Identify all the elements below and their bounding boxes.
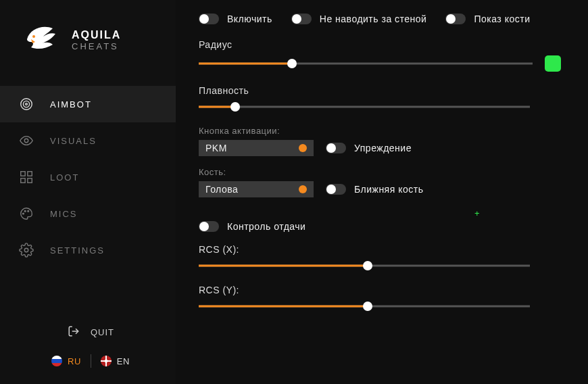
svg-rect-6 xyxy=(28,172,32,176)
eye-icon xyxy=(19,133,34,148)
toggle-prediction[interactable]: Упреждение xyxy=(326,143,412,153)
bone-value: Голова xyxy=(205,184,291,195)
top-toggles: Включить Не наводить за стеной Показ кос… xyxy=(199,14,561,24)
flag-en-icon xyxy=(101,356,112,366)
radius-slider[interactable] xyxy=(199,58,533,69)
svg-point-11 xyxy=(28,210,29,212)
nav-label: SETTINGS xyxy=(50,245,105,256)
toggle-enable[interactable]: Включить xyxy=(199,14,272,24)
lang-en-label: EN xyxy=(117,356,130,366)
sidebar: AQUILA CHEATS AIMBOT VISUALS xyxy=(0,0,176,384)
nearest-bone-label: Ближняя кость xyxy=(354,184,423,195)
lang-en[interactable]: EN xyxy=(101,356,130,366)
nav-item-settings[interactable]: SETTINGS xyxy=(0,232,176,268)
palette-icon xyxy=(19,206,34,221)
field-radius: Радиус xyxy=(199,39,561,72)
quit-button[interactable]: QUIT xyxy=(0,318,176,354)
smooth-label: Плавность xyxy=(199,85,561,96)
rcs-x-label: RCS (X): xyxy=(199,244,561,255)
group-activation: Кнопка активации: PKM Упреждение Кость: … xyxy=(199,126,561,197)
switch-icon xyxy=(445,14,466,24)
rcs-x-slider[interactable] xyxy=(199,260,530,271)
rcs-y-slider[interactable] xyxy=(199,301,530,312)
nav-label: MICS xyxy=(50,209,78,219)
switch-icon xyxy=(199,221,219,232)
field-rcs-x: RCS (X): xyxy=(199,244,561,271)
svg-point-10 xyxy=(24,210,26,212)
svg-rect-7 xyxy=(21,178,25,183)
radius-color-swatch[interactable] xyxy=(545,55,561,72)
language-switch: RU EN xyxy=(0,354,176,372)
toggle-nearest-bone[interactable]: Ближняя кость xyxy=(326,184,423,195)
switch-icon xyxy=(326,184,346,195)
nav-item-mics[interactable]: MICS xyxy=(0,195,176,232)
svg-point-0 xyxy=(32,35,35,38)
nav-label: VISUALS xyxy=(50,136,97,146)
bone-caption: Кость: xyxy=(199,167,561,177)
target-icon xyxy=(19,97,34,112)
activation-value: PKM xyxy=(205,143,291,153)
switch-icon xyxy=(326,143,346,153)
dot-icon xyxy=(299,144,307,152)
svg-rect-5 xyxy=(21,172,25,176)
switch-icon xyxy=(291,14,312,24)
radius-label: Радиус xyxy=(199,39,561,50)
svg-point-9 xyxy=(23,213,24,214)
rcs-y-label: RCS (Y): xyxy=(199,285,561,295)
toggle-no-aim-wall-label: Не наводить за стеной xyxy=(320,14,427,24)
brand: AQUILA CHEATS xyxy=(0,19,176,82)
activation-caption: Кнопка активации: xyxy=(199,126,561,136)
svg-rect-8 xyxy=(28,178,32,183)
nav-label: AIMBOT xyxy=(50,99,92,110)
bone-select[interactable]: Голова xyxy=(199,181,314,197)
toggle-recoil[interactable]: Контроль отдачи xyxy=(199,221,561,232)
brand-title: AQUILA xyxy=(72,29,121,41)
eagle-logo-icon xyxy=(19,19,59,62)
svg-point-3 xyxy=(26,103,28,105)
flag-ru-icon xyxy=(51,356,62,366)
activation-select[interactable]: PKM xyxy=(199,140,314,156)
svg-point-1 xyxy=(21,99,32,110)
lang-ru[interactable]: RU xyxy=(51,356,81,366)
toggle-show-bone[interactable]: Показ кости xyxy=(445,14,530,24)
toggle-enable-label: Включить xyxy=(227,14,272,24)
recoil-label: Контроль отдачи xyxy=(227,221,305,232)
lang-ru-label: RU xyxy=(68,356,81,366)
svg-point-4 xyxy=(24,139,28,143)
toggle-no-aim-wall[interactable]: Не наводить за стеной xyxy=(291,14,427,24)
field-smooth: Плавность xyxy=(199,85,561,112)
dot-icon xyxy=(299,185,307,193)
svg-point-12 xyxy=(24,248,28,252)
quit-label: QUIT xyxy=(91,327,114,337)
main-panel: Включить Не наводить за стеной Показ кос… xyxy=(176,0,588,384)
nav: AIMBOT VISUALS LOOT xyxy=(0,86,176,268)
lang-separator xyxy=(91,354,91,368)
toggle-show-bone-label: Показ кости xyxy=(474,14,530,24)
field-rcs-y: RCS (Y): xyxy=(199,285,561,312)
nav-item-aimbot[interactable]: AIMBOT xyxy=(0,86,176,122)
svg-point-2 xyxy=(23,101,29,107)
grid-icon xyxy=(19,170,34,185)
gear-icon xyxy=(19,243,34,258)
nav-item-visuals[interactable]: VISUALS xyxy=(0,122,176,159)
brand-subtitle: CHEATS xyxy=(72,41,121,51)
prediction-label: Упреждение xyxy=(354,143,412,153)
switch-icon xyxy=(199,14,219,24)
nav-item-loot[interactable]: LOOT xyxy=(0,159,176,195)
smooth-slider[interactable] xyxy=(199,101,530,112)
exit-icon xyxy=(68,325,80,339)
plus-icon[interactable]: + xyxy=(199,208,561,218)
nav-label: LOOT xyxy=(50,172,79,183)
